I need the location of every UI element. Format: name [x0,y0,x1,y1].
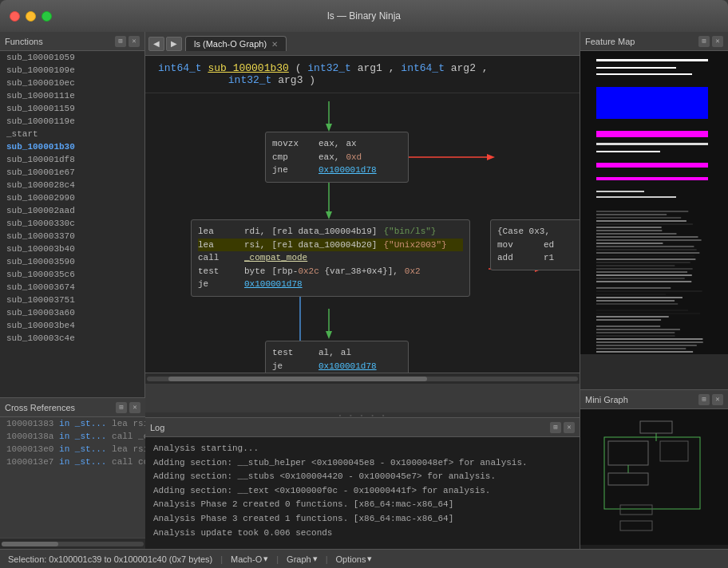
mini-graph-icon-2[interactable]: ✕ [712,394,723,405]
param2-name: arg2 [451,62,476,74]
options-arrow: ▾ [367,554,372,564]
mini-graph-title: Mini Graph [585,395,628,404]
function-item[interactable]: sub_100001​19e [0,115,144,128]
function-item[interactable]: sub_10000​1e67 [0,166,144,179]
mini-graph-panel: Mini Graph ⊞ ✕ [580,389,728,549]
xrefs-title: Cross References [5,403,75,412]
xref-item[interactable]: 100001383 in _st... lea rsi, [ [0,417,145,430]
code-block-1: movzx eax, ax cmp eax, 0xd jne 0x100001d… [265,132,409,183]
call-target[interactable]: _compat_mode [244,251,307,265]
code-view-area: int64_t sub_100001b30 ( int32_t arg1 , i… [145,56,580,549]
functions-panel-icons: ⊞ ✕ [115,36,140,47]
log-icon-2[interactable]: ✕ [564,422,575,433]
xrefs-list[interactable]: 100001383 in _st... lea rsi, [10000138a … [0,417,145,538]
code-line: add r1 [497,251,579,265]
function-item[interactable]: sub_1000010​9e [0,64,144,77]
dst[interactable]: 0x100001d78 [318,360,377,373]
xrefs-scrollbar-thumb [2,542,58,546]
param3-type: int32_t [228,74,272,86]
op: je [272,360,312,373]
options-dropdown[interactable]: Options ▾ [336,554,373,564]
function-item[interactable]: sub_100​003370 [0,230,144,243]
xrefs-scrollbar-h[interactable] [0,538,145,549]
code-line-highlighted: lea rsi, [rel data_100004b20] {"Unix2003… [198,239,463,252]
xref-item[interactable]: 10000138a in _st... call _compa [0,430,145,443]
feature-map-icon-2[interactable]: ✕ [712,36,723,47]
function-item[interactable]: sub_10000​3be4 [0,319,144,332]
xrefs-panel-header: Cross References ⊞ ✕ [0,398,145,417]
function-item[interactable]: sub_100​003751 [0,294,144,306]
functions-title: Functions [5,37,43,46]
function-item[interactable]: sub_100​003674 [0,281,144,294]
tab-ls-graph[interactable]: ls (Mach-O Graph) ✕ [185,36,287,51]
nav-back-button[interactable]: ◀ [148,37,164,51]
graph-scrollbar-h[interactable] [145,373,580,384]
function-item[interactable]: sub_100​002990 [0,191,144,204]
function-item[interactable]: sub_100​002aad [0,204,144,217]
selection-text: Selection: 0x100001c39 to 0x100001c40 (0… [8,554,212,564]
mini-graph-header: Mini Graph ⊞ ✕ [580,390,728,409]
function-item[interactable]: sub_10000​330c [0,217,144,230]
feature-map-canvas [580,51,728,354]
left-column: Functions ⊞ ✕ sub_100001059sub_1000010​9… [0,32,145,549]
src: 0xd [346,151,362,164]
function-item[interactable]: sub_100​003b40 [0,243,144,255]
log-content: Analysis starting...Adding section: __st… [145,437,580,549]
view-dropdown[interactable]: Graph ▾ [287,554,318,564]
function-item[interactable]: sub_100001b30 [0,140,144,153]
function-item[interactable]: sub_10000​10ec [0,77,144,89]
svg-marker-5 [487,154,495,160]
close-button[interactable] [10,11,20,22]
log-line: Analysis Phase 3 created 1 functions. [x… [153,512,572,527]
code-block-3: test al, al je 0x100001d78 [265,341,409,373]
xref-addr: 1000013e7 [6,457,53,467]
code-line: je 0x100001d78 [272,360,402,373]
param3-name: arg3 [278,74,303,86]
xrefs-icon-2[interactable]: ✕ [129,402,140,413]
xref-code: lea rsi, [ [112,444,145,454]
function-item[interactable]: sub_100001059 [0,51,144,64]
status-sep-3: | [326,554,328,564]
feature-map-header: Feature Map ⊞ ✕ [580,32,728,51]
functions-icon-2[interactable]: ✕ [129,36,140,47]
function-item[interactable]: sub_100​003a60 [0,306,144,319]
xrefs-icon-1[interactable]: ⊞ [116,402,127,413]
mini-graph-icons: ⊞ ✕ [698,394,723,405]
log-icon-1[interactable]: ⊞ [550,422,561,433]
function-item[interactable]: sub_1000​01df8 [0,153,144,166]
main-container: Functions ⊞ ✕ sub_100001059sub_1000010​9… [0,32,728,549]
function-item[interactable]: _start [0,128,144,140]
maximize-button[interactable] [42,11,52,22]
dst: eax, [318,137,339,151]
code-line: movzx eax, ax [272,137,402,151]
functions-list[interactable]: sub_100001059sub_1000010​9esub_10000​10e… [0,51,144,397]
graph-outer[interactable]: movzx eax, ax cmp eax, 0xd jne 0x100001d… [145,93,580,412]
comment: {"Unix2003"} [383,239,446,252]
src: [rel data_100004b19] [271,225,377,239]
xref-item[interactable]: 1000013e0 in _st... lea rsi, [ [0,443,145,456]
options-label: Options [336,554,366,564]
arch-dropdown[interactable]: Mach-O ▾ [231,554,268,564]
function-item[interactable]: sub_10000​35c6 [0,268,144,281]
func-name[interactable]: sub_100001b30 [208,62,288,74]
tab-close-icon[interactable]: ✕ [271,40,278,49]
function-item[interactable]: sub_100001159 [0,102,144,115]
function-item[interactable]: sub_1000​028c4 [0,179,144,191]
function-item[interactable]: sub_100​003c4e [0,332,144,345]
view-arrow: ▾ [313,554,318,564]
code-block-4: {Case 0x3, mov ed add r1 [490,219,580,270]
feature-map-icon-1[interactable]: ⊞ [698,36,710,47]
function-item[interactable]: sub_100​003590 [0,255,144,268]
minimize-button[interactable] [26,11,36,22]
log-panel-header: Log ⊞ ✕ [145,418,580,437]
xref-code: call compa [112,457,145,467]
nav-forward-button[interactable]: ▶ [166,37,182,51]
feature-map-title: Feature Map [585,37,635,46]
mini-graph-icon-1[interactable]: ⊞ [698,394,710,405]
functions-icon-1[interactable]: ⊞ [115,36,126,47]
log-line: Adding section: __stubs <0x100004420 - 0… [153,470,572,484]
function-item[interactable]: sub_10000​111e [0,89,144,102]
dst[interactable]: 0x100001d78 [318,164,377,177]
xref-item[interactable]: 1000013e7 in _st... call compa [0,456,145,468]
dst[interactable]: 0x100001d78 [244,278,303,291]
